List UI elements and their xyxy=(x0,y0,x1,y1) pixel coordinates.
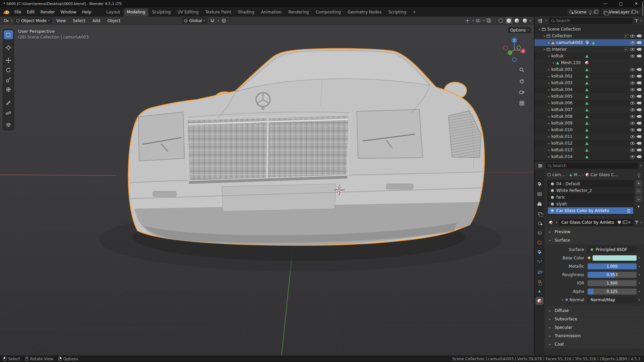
shading-solid-icon[interactable] xyxy=(506,17,512,24)
slot-specials-button[interactable]: ⌄ xyxy=(636,196,642,202)
expand-icon[interactable]: ▸ xyxy=(547,122,551,125)
hide-viewport-icon[interactable] xyxy=(630,88,635,91)
tab-scene-icon[interactable] xyxy=(535,219,544,227)
outliner-row-object[interactable]: ▸ koltuk.004 xyxy=(534,86,644,93)
outliner-mode-chevron[interactable]: ▾ xyxy=(546,19,547,22)
panel-header[interactable]: ▸ Subsurface ···· xyxy=(545,315,644,323)
hide-viewport-icon[interactable] xyxy=(630,108,635,111)
camera-view-icon[interactable] xyxy=(518,88,526,96)
menu-edit[interactable]: Edit xyxy=(24,9,37,15)
hide-viewport-icon[interactable] xyxy=(630,115,635,118)
workspace-tab[interactable]: Animation xyxy=(258,8,285,16)
disable-render-icon[interactable] xyxy=(638,55,641,57)
resize-grip[interactable]: • • • • • xyxy=(545,215,644,219)
decorator-icon[interactable] xyxy=(639,299,640,301)
alpha-slider[interactable]: 0.125 xyxy=(588,289,637,295)
editor-type-icon[interactable] xyxy=(3,17,9,24)
tool-transform[interactable] xyxy=(4,85,13,94)
expand-icon[interactable]: ▾ xyxy=(537,28,542,31)
expand-icon[interactable]: ▸ xyxy=(547,155,551,158)
tab-particles-icon[interactable] xyxy=(535,258,544,266)
mesh-data-icon[interactable] xyxy=(585,142,589,145)
new-scene-icon[interactable] xyxy=(594,11,597,13)
material-name-field[interactable]: Car Glass Color by Amleto × xyxy=(559,219,633,226)
disable-render-icon[interactable] xyxy=(638,68,641,71)
properties-editor-icon[interactable] xyxy=(537,162,544,169)
tool-measure[interactable] xyxy=(4,107,13,116)
mesh-data-icon[interactable] xyxy=(585,108,589,111)
expand-icon[interactable]: ▸ xyxy=(547,82,551,85)
expand-icon[interactable]: ▸ xyxy=(547,75,551,78)
snap-chevron[interactable]: ▾ xyxy=(218,19,219,22)
snap-magnet-icon[interactable] xyxy=(209,17,216,24)
car-model[interactable] xyxy=(128,49,484,245)
material-slot[interactable]: faric xyxy=(548,194,633,201)
blender-logo-icon[interactable] xyxy=(3,9,10,15)
transform-orientation[interactable]: Global ▾ xyxy=(182,17,207,24)
menu-select[interactable]: Select xyxy=(70,17,88,24)
navigation-gizmo[interactable]: Z X xyxy=(501,37,528,64)
overlays-icon[interactable] xyxy=(475,17,482,24)
overlays-chevron[interactable]: ▾ xyxy=(483,19,484,22)
new-material-icon[interactable] xyxy=(623,221,626,224)
breadcrumb-object[interactable]: cam... xyxy=(552,172,565,177)
ior-field[interactable]: 1.500 xyxy=(588,280,637,286)
tab-output-icon[interactable] xyxy=(535,200,544,208)
mesh-data-icon[interactable] xyxy=(585,135,589,138)
disable-render-icon[interactable] xyxy=(638,48,641,51)
gizmo-chevron[interactable]: ▾ xyxy=(472,19,474,22)
expand-icon[interactable]: ▾ xyxy=(542,35,547,38)
hide-viewport-icon[interactable] xyxy=(630,155,635,158)
filter-icon[interactable] xyxy=(635,19,638,22)
add-slot-button[interactable]: + xyxy=(636,180,642,187)
shading-rendered-icon[interactable] xyxy=(522,17,528,24)
outliner-row-object[interactable]: ▸ koltuk.002 xyxy=(534,73,644,80)
panel-header[interactable]: ▸ Specular ···· xyxy=(545,323,644,331)
hide-viewport-icon[interactable] xyxy=(630,128,635,132)
material-filter-chevron[interactable]: ▾ xyxy=(640,221,642,224)
roughness-slider[interactable]: 0.553 xyxy=(588,272,637,278)
outliner-row-collection[interactable]: ▾ Collection xyxy=(534,33,644,39)
mesh-data-icon[interactable] xyxy=(585,82,589,85)
disable-render-icon[interactable] xyxy=(638,149,641,151)
remove-viewlayer-icon[interactable]: × xyxy=(636,10,639,14)
mesh-data-icon[interactable] xyxy=(592,41,595,44)
decorator-icon[interactable] xyxy=(639,282,640,284)
hide-viewport-icon[interactable] xyxy=(630,35,635,38)
expand-icon[interactable]: ▸ xyxy=(547,102,551,105)
hide-viewport-icon[interactable] xyxy=(630,75,635,78)
menu-object[interactable]: Object xyxy=(104,17,123,24)
tool-add-cube[interactable] xyxy=(4,120,13,129)
filter-icon[interactable] xyxy=(635,221,639,224)
expand-icon[interactable]: ▸ xyxy=(547,115,551,118)
workspace-tab[interactable]: Rendering xyxy=(285,8,312,16)
disable-render-icon[interactable] xyxy=(638,41,641,44)
tab-material-icon[interactable] xyxy=(535,297,544,305)
outliner-search[interactable]: Search xyxy=(549,18,633,24)
disable-render-icon[interactable] xyxy=(638,128,641,131)
workspace-tab[interactable]: Scripting xyxy=(385,8,410,16)
outliner-row-object[interactable]: ▸ koltuk.013 xyxy=(534,147,644,153)
new-viewlayer-icon[interactable] xyxy=(631,11,634,13)
material-icon[interactable] xyxy=(585,61,589,64)
outliner-row-object[interactable]: ▸ koltuk.001 xyxy=(534,66,644,73)
workspace-tab[interactable]: Layout xyxy=(103,8,124,16)
hide-viewport-icon[interactable] xyxy=(630,95,635,98)
pin-icon[interactable] xyxy=(638,173,640,176)
shading-chevron[interactable]: ▾ xyxy=(530,19,531,22)
outliner-row-object[interactable]: ▸ koltuk.012 xyxy=(534,140,644,147)
viewport-3d-scene[interactable] xyxy=(0,25,534,355)
base-color-swatch[interactable] xyxy=(593,255,637,261)
disable-render-icon[interactable] xyxy=(638,108,641,111)
material-slot[interactable]: 04 - Default xyxy=(548,180,633,187)
disable-render-icon[interactable] xyxy=(638,102,641,104)
tab-constraints-icon[interactable] xyxy=(535,277,544,286)
tab-modifiers-icon[interactable] xyxy=(535,248,544,256)
breadcrumb-material[interactable]: Car Glass C... xyxy=(591,172,618,177)
material-slot[interactable]: siyah xyxy=(548,201,633,207)
hide-viewport-icon[interactable] xyxy=(630,122,635,125)
disable-render-icon[interactable] xyxy=(638,75,641,77)
proportional-editing-icon[interactable] xyxy=(221,17,227,24)
show-gizmo-icon[interactable] xyxy=(464,17,471,24)
expand-icon[interactable]: ▸ xyxy=(547,88,551,91)
